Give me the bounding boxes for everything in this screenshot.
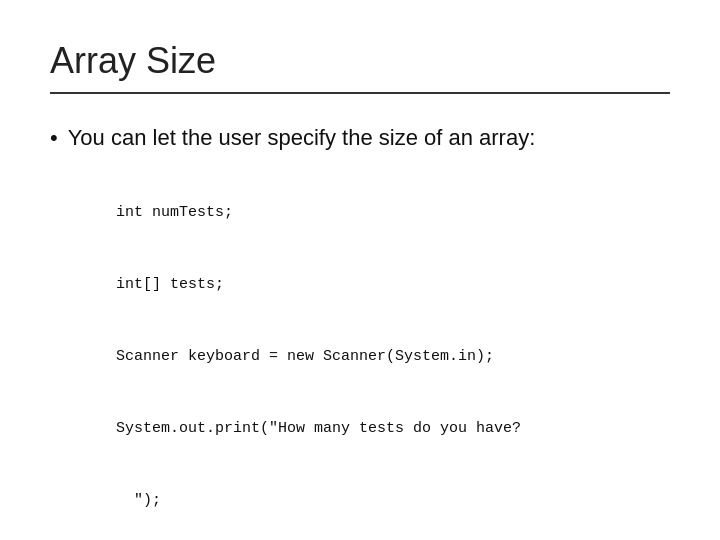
- title-divider: [50, 92, 670, 94]
- bullet-text: You can let the user specify the size of…: [68, 124, 536, 153]
- slide-container: Array Size • You can let the user specif…: [0, 0, 720, 540]
- code-block: int numTests; int[] tests; Scanner keybo…: [80, 177, 670, 540]
- code-line-4: System.out.print("How many tests do you …: [116, 420, 521, 437]
- code-line-3: Scanner keyboard = new Scanner(System.in…: [116, 348, 494, 365]
- code-line-5: ");: [116, 492, 161, 509]
- slide-title: Array Size: [50, 40, 670, 82]
- bullet-item: • You can let the user specify the size …: [50, 124, 670, 153]
- code-line-1: int numTests;: [116, 204, 233, 221]
- bullet-dot: •: [50, 124, 58, 153]
- code-line-2: int[] tests;: [116, 276, 224, 293]
